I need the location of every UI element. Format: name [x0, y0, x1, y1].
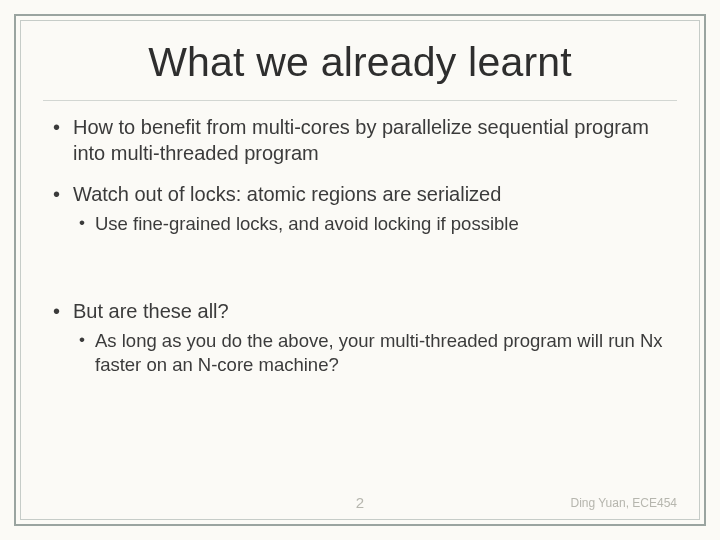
spacer: [49, 251, 671, 299]
bullet-item: Watch out of locks: atomic regions are s…: [49, 182, 671, 235]
bullet-text: How to benefit from multi-cores by paral…: [73, 116, 649, 164]
bullet-text: But are these all?: [73, 300, 229, 322]
footer-credit: Ding Yuan, ECE454: [570, 496, 677, 510]
slide-title: What we already learnt: [21, 39, 699, 86]
sub-bullet-item: Use fine-grained locks, and avoid lockin…: [73, 212, 671, 236]
bullet-item: But are these all? As long as you do the…: [49, 299, 671, 376]
sub-bullet-text: As long as you do the above, your multi-…: [95, 330, 663, 375]
slide-body: How to benefit from multi-cores by paral…: [21, 101, 699, 376]
bullet-text: Watch out of locks: atomic regions are s…: [73, 183, 501, 205]
inner-border: What we already learnt How to benefit fr…: [20, 20, 700, 520]
sub-bullet-list: As long as you do the above, your multi-…: [73, 329, 671, 376]
sub-bullet-item: As long as you do the above, your multi-…: [73, 329, 671, 376]
bullet-list: How to benefit from multi-cores by paral…: [49, 115, 671, 235]
sub-bullet-text: Use fine-grained locks, and avoid lockin…: [95, 213, 519, 234]
sub-bullet-list: Use fine-grained locks, and avoid lockin…: [73, 212, 671, 236]
bullet-item: How to benefit from multi-cores by paral…: [49, 115, 671, 166]
bullet-list: But are these all? As long as you do the…: [49, 299, 671, 376]
